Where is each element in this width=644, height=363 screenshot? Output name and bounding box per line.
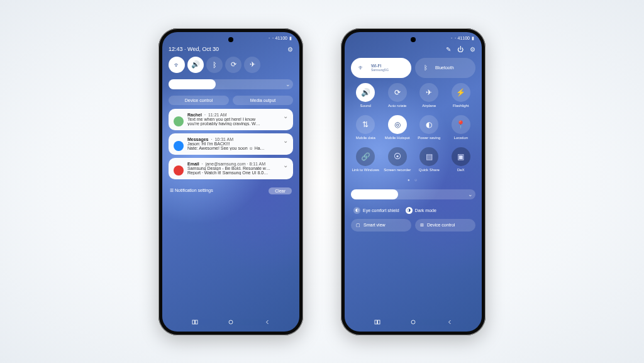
time-date-row: 12:43 · Wed, Oct 30 ⚙ <box>169 46 293 53</box>
settings-icon[interactable]: ⚙ <box>287 46 293 53</box>
nav-bar <box>345 318 482 328</box>
location-icon: 📍 <box>452 115 470 134</box>
dex-icon: ▣ <box>452 147 470 166</box>
wifi-icon: ᯤ <box>356 62 367 74</box>
home-icon[interactable] <box>227 318 235 328</box>
battery-icon: ▮ <box>289 36 292 41</box>
qs-tile-quick-share[interactable]: ▤ Quick Share <box>414 147 444 176</box>
tile-label: DeX <box>457 168 465 176</box>
power-icon: ◐ <box>419 115 438 134</box>
brightness-slider[interactable]: ⌄ <box>169 79 293 89</box>
chevron-down-icon[interactable]: ⌄ <box>283 162 288 176</box>
recents-icon[interactable] <box>191 318 199 328</box>
tile-label: Auto rotate <box>388 104 406 111</box>
grid-icon: ⊞ <box>420 223 424 228</box>
svg-point-5 <box>411 320 415 324</box>
bluetooth-tile[interactable]: ᛒ Bluetooth <box>415 58 475 78</box>
bluetooth-icon: ᛒ <box>420 62 431 74</box>
notification-settings-link[interactable]: ☰ Notification settings <box>170 188 213 193</box>
quick-settings-row: ᯤ🔊ᛒ⟳✈ <box>169 57 293 73</box>
edit-icon[interactable]: ✎ <box>446 46 451 53</box>
quick-settings-grid: 🔊 Sound⟳ Auto rotate✈ Airplane⚡ Flashlig… <box>351 83 475 176</box>
tile-label: Mobile Hotspot <box>385 136 410 143</box>
link-icon: 🔗 <box>356 147 375 166</box>
svg-rect-0 <box>192 320 195 324</box>
dark-mode-toggle[interactable]: ◑ Dark mode <box>406 207 436 214</box>
qs-tile-mobile-hotspot[interactable]: ◎ Mobile Hotspot <box>383 115 413 143</box>
settings-icon[interactable]: ⚙ <box>470 46 475 53</box>
wifi-icon[interactable]: ᯤ <box>169 57 185 73</box>
notification-card[interactable]: Messages·10:31 AM Jason: HI I'm BACK!!!N… <box>169 133 293 155</box>
tile-label: Quick Share <box>419 168 440 176</box>
page-dots: ● ○ <box>351 178 475 182</box>
notification-line: Report · Watch it! Samsung One UI 8.0… <box>187 170 279 175</box>
qs-tile-screen-recorder[interactable]: ⦿ Screen recorder <box>383 147 413 176</box>
eye-comfort-toggle[interactable]: ◐ Eye comfort shield <box>353 207 399 214</box>
record-icon: ⦿ <box>388 147 407 166</box>
notification-card[interactable]: Email·jane@samsung.com · 8:11 AM Samsung… <box>169 158 293 179</box>
power-icon[interactable]: ⏻ <box>457 46 464 53</box>
chevron-down-icon[interactable]: ⌄ <box>283 137 288 151</box>
qs-tile-mobile-data[interactable]: ⇅ Mobile data <box>351 115 380 143</box>
quick-settings-panel: ✎ ⏻ ⚙ ᯤ Wi-Fi Samsung5G ᛒ Bluetooth 🔊 <box>351 46 475 232</box>
tile-label: Flashlight <box>453 104 469 111</box>
tile-label: Location <box>453 136 468 143</box>
smart-view-button[interactable]: ▢ Smart view <box>351 219 411 232</box>
back-icon[interactable] <box>264 318 271 328</box>
clear-button[interactable]: Clear <box>269 187 292 194</box>
status-right: ⬝ ⬝ 41100 <box>268 36 287 40</box>
airplane-icon[interactable]: ✈ <box>244 57 260 73</box>
tile-label: Power saving <box>418 136 440 143</box>
qs-tile-location[interactable]: 📍 Location <box>447 115 476 143</box>
chevron-down-icon[interactable]: ⌄ <box>283 113 288 126</box>
qs-tile-link-to-windows[interactable]: 🔗 Link to Windows <box>351 147 380 176</box>
tile-label: Mobile data <box>356 136 375 143</box>
eye-icon: ◐ <box>353 207 360 214</box>
recents-icon[interactable] <box>374 318 381 328</box>
notification-line: you're probably having cravings. W… <box>187 121 279 126</box>
qs-tile-flashlight[interactable]: ⚡ Flashlight <box>447 83 476 111</box>
avatar <box>174 165 184 176</box>
brightness-slider[interactable]: ⌄ <box>351 189 475 199</box>
phone-left: ⬝ ⬝ 41100 ▮ 12:43 · Wed, Oct 30 ⚙ ᯤ🔊ᛒ⟳✈ … <box>158 28 303 335</box>
qs-icon: ▤ <box>419 147 438 166</box>
clock: 12:43 <box>169 46 183 52</box>
tile-label: Link to Windows <box>352 168 379 176</box>
chevron-down-icon[interactable]: ⌄ <box>286 81 291 87</box>
notification-panel: 12:43 · Wed, Oct 30 ⚙ ᯤ🔊ᛒ⟳✈ ⌄ Device con… <box>169 46 293 194</box>
notification-card[interactable]: Rachel·11:21 AM Text me when you get her… <box>169 109 293 130</box>
back-icon[interactable] <box>446 318 453 328</box>
device-control-button[interactable]: ⊞ Device control <box>415 219 475 232</box>
nav-bar <box>162 318 299 328</box>
wifi-tile[interactable]: ᯤ Wi-Fi Samsung5G <box>351 58 411 78</box>
device-control-button[interactable]: Device control <box>169 96 229 105</box>
notification-line: Text me when you get here! I know <box>187 117 279 121</box>
bluetooth-icon[interactable]: ᛒ <box>206 57 223 73</box>
qs-tile-airplane[interactable]: ✈ Airplane <box>414 83 444 111</box>
chevron-down-icon[interactable]: ⌄ <box>468 191 473 198</box>
screen-left: ⬝ ⬝ 41100 ▮ 12:43 · Wed, Oct 30 ⚙ ᯤ🔊ᛒ⟳✈ … <box>162 32 299 332</box>
cast-icon: ▢ <box>356 223 360 228</box>
qs-tile-auto-rotate[interactable]: ⟳ Auto rotate <box>383 83 413 111</box>
svg-rect-1 <box>195 320 197 324</box>
phone-right: ⬝ ⬝ 41100 ▮ ✎ ⏻ ⚙ ᯤ Wi-Fi Samsung5G ᛒ <box>341 28 486 335</box>
status-right: ⬝ ⬝ 41100 <box>450 36 470 40</box>
rotate-icon[interactable]: ⟳ <box>225 57 242 73</box>
svg-rect-3 <box>375 320 377 324</box>
wifi-label: Wi-Fi <box>371 64 389 68</box>
avatar <box>174 141 184 151</box>
moon-icon: ◑ <box>406 207 413 214</box>
svg-point-2 <box>229 320 233 324</box>
notification-line: Samsung Design - Be Bold. Resonate w… <box>187 166 279 170</box>
notification-line: Nate: Awesome! See you soon ☺ Ha… <box>187 146 279 150</box>
qs-tile-sound[interactable]: 🔊 Sound <box>351 83 380 111</box>
qs-tile-dex[interactable]: ▣ DeX <box>447 147 476 176</box>
volume-icon[interactable]: 🔊 <box>187 57 204 73</box>
tile-label: Screen recorder <box>384 168 411 176</box>
qs-tile-power-saving[interactable]: ◐ Power saving <box>414 115 444 143</box>
media-output-button[interactable]: Media output <box>233 96 293 105</box>
wifi-sub: Samsung5G <box>371 68 389 72</box>
home-icon[interactable] <box>409 318 417 328</box>
notification-line: Jason: HI I'm BACK!!! <box>187 142 279 146</box>
mobile-data-icon: ⇅ <box>356 115 375 134</box>
